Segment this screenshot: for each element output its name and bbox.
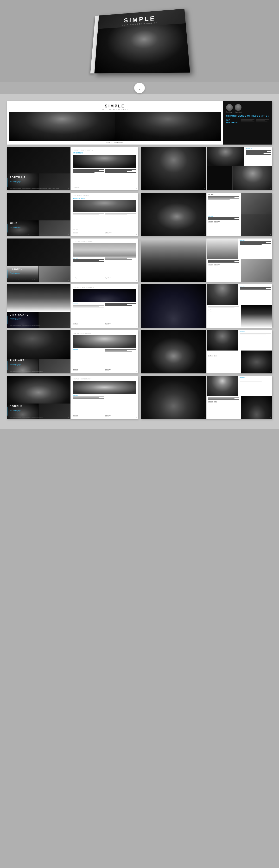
fineart-top-photo xyxy=(7,330,70,359)
wild-meta-val2: Art Director xyxy=(105,233,136,234)
cityscape-highway-top xyxy=(7,284,70,312)
fineart-main-label: FINE ART xyxy=(10,359,25,362)
sea-authors: Peter Hugo Photographer Sophie Martin Ar… xyxy=(73,277,136,279)
spread-portrait-left: PORTRAIT Photography Lorem ipsum dolor s… xyxy=(7,147,138,190)
text-line xyxy=(208,308,239,308)
text-line xyxy=(105,213,136,213)
fineart-sub-label: Photography xyxy=(10,364,21,366)
city-detail-text: FINE PRINT xyxy=(239,284,273,305)
text-line xyxy=(73,397,104,397)
spread-row-5: CITY SCAPE Photography Lorem ipsum dolor… xyxy=(7,284,272,328)
text-line xyxy=(105,171,127,172)
cm1-role: Photographer xyxy=(208,311,213,311)
spread-row-7: coupLE Photography Lorem ipsum dolor sit… xyxy=(7,376,272,419)
city-detail-top: FINE PRINT xyxy=(207,284,272,305)
text-line xyxy=(246,153,264,154)
fineart-detail-left: 19 xyxy=(141,330,206,373)
page-num-wild-r: 06 xyxy=(136,234,137,235)
author2-avatar xyxy=(235,104,242,111)
text-line xyxy=(241,119,254,120)
portrait-detail-text-a: SIMPLE xyxy=(245,147,272,166)
text-line xyxy=(73,171,104,172)
seascape-detail-right: FINE PRINT xyxy=(207,239,272,282)
ca2-role: Art Director xyxy=(105,324,137,325)
fa-detail-bottom: Peter Hugo Photographer Sophie Director xyxy=(207,350,272,373)
text-line xyxy=(105,349,136,349)
spread-cityscape-detail: 15 FINE PRINT xyxy=(141,284,272,328)
portrait-label: PORTRAIT Photography xyxy=(10,176,26,183)
wild-author1: Peter Hugo Photographer xyxy=(208,221,213,223)
page-num: 20 xyxy=(270,371,271,372)
page-num: 08 xyxy=(270,234,271,235)
text-line xyxy=(208,398,239,398)
sea-meta1: Peter Hugo Photographer xyxy=(208,264,213,266)
tl xyxy=(208,306,239,308)
cp-col-2 xyxy=(105,395,136,413)
fa-meta1: Peter Hugo Photographer xyxy=(208,355,213,357)
text-line xyxy=(73,213,104,213)
wild-detail-top: Fine Print xyxy=(207,193,272,214)
tl xyxy=(240,287,271,289)
spread-row-2: PORTRAIT Photography Lorem ipsum dolor s… xyxy=(7,147,272,190)
tl xyxy=(240,333,271,336)
fa-col-label: FINE PRINT xyxy=(73,349,104,350)
hero-section: SIMPLE MULTIPURPOSE MAGAZINE xyxy=(0,0,279,82)
cpm2-role: Director xyxy=(214,402,217,403)
blue-bar-fineart xyxy=(7,361,7,370)
cp-detail-bottom: Peter Hugo Photographer Sophie Director xyxy=(207,396,272,419)
portrait-tiny-text: Lorem ipsum dolor sit amet, consectetur … xyxy=(10,188,69,189)
portrait-detail-left: 03 xyxy=(141,147,206,190)
portrait-top-dark xyxy=(7,147,70,174)
cp-meta2: Sophie Director xyxy=(214,401,217,403)
wild-meta-col: Peter Hugo Photographer xyxy=(73,231,104,234)
author1-avatar xyxy=(226,104,233,111)
fineart-info-cols: FINE PRINT xyxy=(73,349,136,367)
leopard-photo xyxy=(141,193,206,236)
cover-authors: Peter Hugo Sophie Martin xyxy=(226,104,269,113)
page-num-fineart: 17 xyxy=(68,371,69,372)
text-line xyxy=(105,170,132,171)
spread-row-4: I SCAPE Photography Lorem ipsum dolor si… xyxy=(7,239,272,282)
cp-a2: Sophie Martin Art Director xyxy=(105,414,137,417)
wild-tiny-text: Lorem ipsum dolor sit amet, consectetur … xyxy=(10,234,69,235)
bridge-photo xyxy=(141,239,206,282)
page-num: 23 xyxy=(204,417,205,418)
city-detail-right: FINE PRINT xyxy=(207,284,272,328)
seascape-right-page: SEASCAPE PHOTOGRAPHY PRINT INFO xyxy=(71,239,138,282)
portrait-section-name: SIMPLE xyxy=(246,148,271,150)
text-line xyxy=(241,124,252,124)
couple-detail-right: FINE PRINT xyxy=(207,376,272,419)
portrait-detail-photo-a xyxy=(207,147,244,166)
wild-right-photo xyxy=(73,200,136,212)
text-line xyxy=(208,199,230,199)
text-line xyxy=(226,129,237,129)
text-line xyxy=(208,219,239,220)
fam2-role: Director xyxy=(214,356,217,357)
sm2-role: Art Director xyxy=(214,265,220,266)
page-num-city-r: 14 xyxy=(136,326,137,327)
text-line xyxy=(73,305,104,306)
fa-col-1: FINE PRINT xyxy=(73,349,104,367)
text-line xyxy=(105,259,132,260)
text-line xyxy=(73,261,104,261)
text-line xyxy=(73,172,95,173)
fa-meta2: Sophie Director xyxy=(214,355,217,357)
wild-detail-right: Fine Print FINE PRINT xyxy=(207,193,272,236)
portrait-caption: Lorem ipsum dolor sit amet, consectetur … xyxy=(10,188,69,189)
sea-detail-text-b: Peter Hugo Photographer Sophie Martin Ar… xyxy=(207,259,241,282)
author2-container: Sophie Martin xyxy=(235,104,242,113)
main-content: SIMPLE MULTIPURPOSE MAGAZINE ISSUE 01 · … xyxy=(0,94,279,429)
city-sub-label: Photography xyxy=(10,318,21,320)
text-line xyxy=(73,215,104,215)
spread-couple-left: coupLE Photography Lorem ipsum dolor sit… xyxy=(7,376,138,419)
cityscape-dark-content xyxy=(7,284,70,328)
spread-portrait-detail: 03 SIMPLE xyxy=(141,147,272,190)
chevron-circle[interactable]: ⌄ xyxy=(134,83,145,93)
wild-top-dark xyxy=(7,193,70,220)
sea-detail-photo-a xyxy=(207,239,238,259)
fineart-tiny-text: Lorem ipsum dolor sit amet, consectetur … xyxy=(10,371,69,372)
portrait-dark-content xyxy=(7,147,70,190)
text-line xyxy=(105,396,127,396)
tl xyxy=(208,352,239,354)
tl xyxy=(208,398,239,400)
